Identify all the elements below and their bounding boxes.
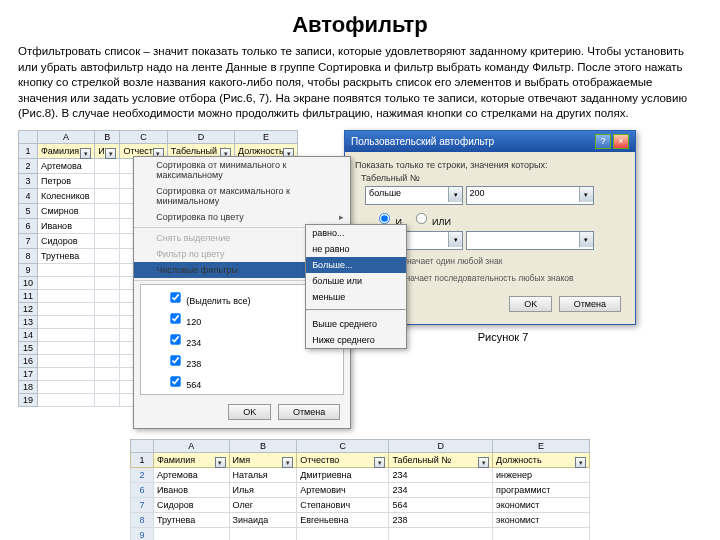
filter-arrow-icon[interactable]: ▾ (215, 457, 226, 468)
chevron-down-icon: ▾ (448, 187, 462, 202)
condition-2-value[interactable]: ▾ (466, 231, 594, 250)
header-row: 1 Фамилия▾ Имя▾ Сортировка от минимально… (19, 143, 298, 158)
figure-6: ABCDE 1 Фамилия▾ Имя▾ Сортировка от мини… (18, 130, 298, 435)
ok-button[interactable]: OK (228, 404, 271, 420)
chevron-down-icon: ▾ (579, 232, 593, 247)
sort-desc[interactable]: Сортировка от максимального к минимально… (134, 183, 350, 209)
table-row: 8ТрутневаЗинаидаЕвгеньевна238экономист (131, 512, 590, 527)
sort-color[interactable]: Сортировка по цвету (134, 209, 350, 225)
figure-8: ABCDE 1 Фамилия▾ Имя▾ Отчество▾ Табельны… (130, 439, 590, 540)
chevron-down-icon: ▾ (579, 187, 593, 202)
filter-arrow-icon[interactable]: ▾ (478, 457, 489, 468)
field-label: Табельный № (361, 173, 625, 183)
sort-asc[interactable]: Сортировка от минимального к максимально… (134, 157, 350, 183)
help-icon[interactable]: ? (595, 134, 611, 149)
table-row: 7СидоровОлегСтепанович564экономист (131, 497, 590, 512)
header-row: 1 Фамилия▾ Имя▾ Отчество▾ Табельный №▾ Д… (131, 452, 590, 467)
intro-paragraph: Отфильтровать список – значит показать т… (18, 44, 702, 122)
filter-arrow-icon[interactable]: ▾ (80, 148, 91, 159)
or-radio[interactable]: ИЛИ (410, 217, 451, 227)
filter-arrow-icon[interactable]: ▾ (575, 457, 586, 468)
condition-1-value[interactable]: 200▾ (466, 186, 594, 205)
chevron-down-icon: ▾ (448, 232, 462, 247)
cancel-button[interactable]: Отмена (278, 404, 340, 420)
check-opt[interactable]: 564 (143, 371, 341, 392)
dialog-hint: Показать только те строки, значения кото… (355, 160, 625, 170)
close-icon[interactable]: × (613, 134, 629, 149)
filter-arrow-icon[interactable]: ▾ (374, 457, 385, 468)
col-header-row: ABCDE (19, 130, 298, 143)
check-opt[interactable]: 238 (143, 350, 341, 371)
table-row: 2АртемоваНатальяДмитриевна234инженер (131, 467, 590, 482)
dialog-title: Пользовательский автофильтр (351, 136, 494, 147)
ok-button[interactable]: OK (509, 296, 552, 312)
condition-1-op[interactable]: больше▾ (365, 186, 463, 205)
table-row: 9 (131, 527, 590, 540)
col-header-row: ABCDE (131, 439, 590, 452)
table-row: 6ИвановИльяАртемович234программист (131, 482, 590, 497)
filter-arrow-icon[interactable]: ▾ (105, 148, 116, 159)
page-title: Автофильтр (18, 12, 702, 38)
numeric-filters-submenu[interactable]: равно... не равно Больше... больше или м… (305, 224, 407, 349)
filter-arrow-icon[interactable]: ▾ (282, 457, 293, 468)
cancel-button[interactable]: Отмена (559, 296, 621, 312)
